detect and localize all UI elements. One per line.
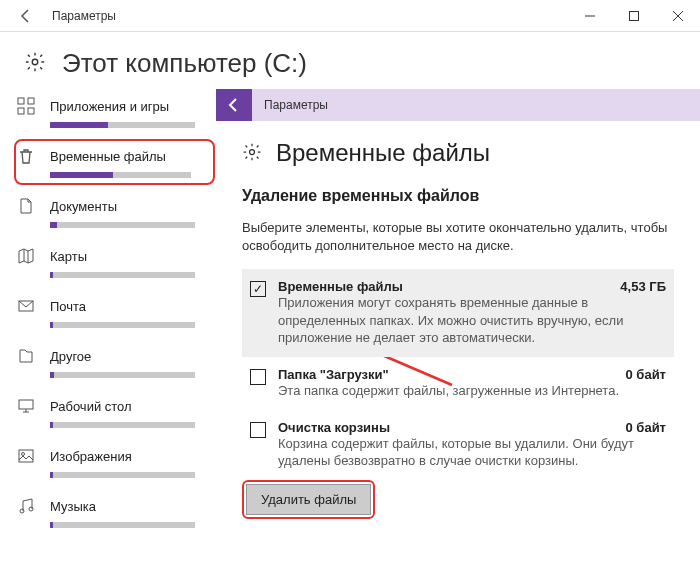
sidebar-item-label: Рабочий стол	[50, 399, 132, 414]
usage-bar	[50, 122, 195, 128]
pane-subheading: Удаление временных файлов	[242, 187, 674, 205]
sidebar-item-trash[interactable]: Временные файлы	[14, 139, 215, 185]
sidebar-item-music[interactable]: Музыка	[16, 489, 215, 535]
usage-bar	[50, 522, 195, 528]
usage-bar	[50, 472, 195, 478]
mail-icon	[16, 297, 36, 315]
sidebar-item-mail[interactable]: Почта	[16, 289, 215, 335]
sidebar: Приложения и игрыВременные файлыДокумент…	[0, 89, 215, 577]
sidebar-item-label: Другое	[50, 349, 91, 364]
usage-bar	[50, 322, 195, 328]
sidebar-item-desktop[interactable]: Рабочий стол	[16, 389, 215, 435]
page-header: Этот компьютер (C:)	[0, 32, 700, 89]
map-icon	[16, 247, 36, 265]
sidebar-item-label: Приложения и игры	[50, 99, 169, 114]
usage-bar	[50, 272, 195, 278]
minimize-button[interactable]	[568, 0, 612, 32]
usage-bar	[50, 172, 191, 178]
sidebar-item-label: Изображения	[50, 449, 132, 464]
checkbox[interactable]: ✓	[250, 281, 266, 297]
sidebar-item-other[interactable]: Другое	[16, 339, 215, 385]
svg-rect-7	[18, 108, 24, 114]
option-size: 0 байт	[626, 367, 666, 382]
option-title: Очистка корзины	[278, 420, 666, 435]
sidebar-item-map[interactable]: Карты	[16, 239, 215, 285]
svg-rect-11	[19, 450, 33, 462]
usage-bar	[50, 372, 195, 378]
page-title: Этот компьютер (C:)	[62, 48, 307, 79]
option-size: 0 байт	[626, 420, 666, 435]
usage-bar	[50, 422, 195, 428]
sidebar-item-images[interactable]: Изображения	[16, 439, 215, 485]
trash-icon	[16, 147, 36, 165]
svg-rect-5	[18, 98, 24, 104]
other-icon	[16, 347, 36, 365]
option-title: Папка "Загрузки"	[278, 367, 666, 382]
content-pane: Параметры Временные файлы Удаление време…	[215, 89, 700, 577]
desktop-icon	[16, 397, 36, 415]
option-description: Приложения могут сохранять временные дан…	[278, 294, 666, 347]
images-icon	[16, 447, 36, 465]
option-description: Эта папка содержит файлы, загруженные из…	[278, 382, 666, 400]
close-button[interactable]	[656, 0, 700, 32]
pane-header: Параметры	[216, 89, 700, 121]
maximize-button[interactable]	[612, 0, 656, 32]
option-title: Временные файлы	[278, 279, 666, 294]
sidebar-item-apps[interactable]: Приложения и игры	[16, 89, 215, 135]
gear-icon	[242, 142, 262, 165]
pane-back-button[interactable]	[216, 89, 252, 121]
sidebar-item-label: Почта	[50, 299, 86, 314]
svg-rect-1	[630, 11, 639, 20]
usage-bar	[50, 222, 195, 228]
highlight-delete: Удалить файлы	[242, 480, 375, 519]
apps-icon	[16, 97, 36, 115]
checkbox[interactable]	[250, 422, 266, 438]
svg-rect-10	[19, 400, 33, 409]
sidebar-item-label: Музыка	[50, 499, 96, 514]
pane-heading: Временные файлы	[276, 139, 490, 167]
option-row[interactable]: ✓ Временные файлы Приложения могут сохра…	[242, 269, 674, 357]
sidebar-item-doc[interactable]: Документы	[16, 189, 215, 235]
checkbox[interactable]	[250, 369, 266, 385]
svg-point-15	[250, 149, 255, 154]
sidebar-item-label: Карты	[50, 249, 87, 264]
option-row[interactable]: Папка "Загрузки" Эта папка содержит файл…	[242, 357, 674, 410]
back-button[interactable]	[10, 0, 42, 32]
doc-icon	[16, 197, 36, 215]
delete-files-button[interactable]: Удалить файлы	[246, 484, 371, 515]
sidebar-item-label: Временные файлы	[50, 149, 166, 164]
window-title: Параметры	[52, 9, 116, 23]
svg-point-4	[32, 59, 38, 65]
option-size: 4,53 ГБ	[620, 279, 666, 294]
music-icon	[16, 497, 36, 515]
svg-rect-8	[28, 108, 34, 114]
svg-point-12	[22, 453, 25, 456]
titlebar: Параметры	[0, 0, 700, 32]
option-row[interactable]: Очистка корзины Корзина содержит файлы, …	[242, 410, 674, 480]
svg-rect-6	[28, 98, 34, 104]
option-description: Корзина содержит файлы, которые вы удали…	[278, 435, 666, 470]
pane-title: Параметры	[252, 98, 328, 112]
sidebar-item-label: Документы	[50, 199, 117, 214]
gear-icon	[24, 51, 46, 76]
pane-description: Выберите элементы, которые вы хотите око…	[242, 219, 674, 255]
